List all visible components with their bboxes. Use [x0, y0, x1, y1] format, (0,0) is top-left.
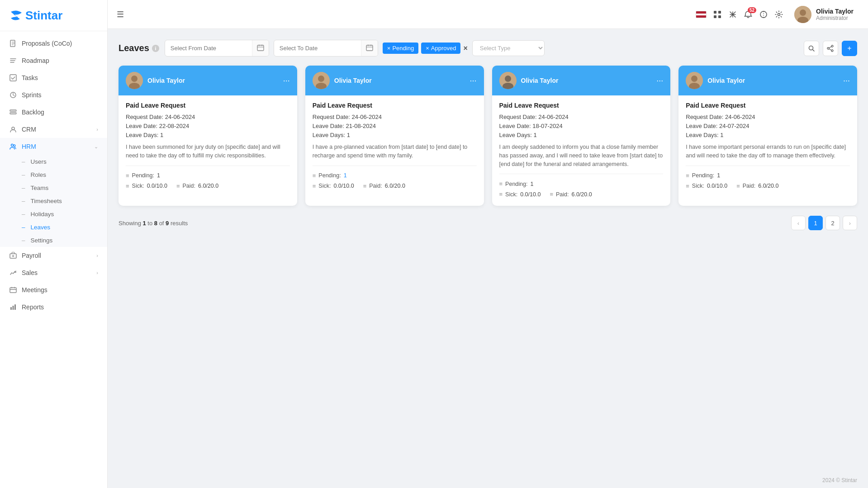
svg-rect-14 [714, 11, 716, 14]
sidebar-item-meetings[interactable]: Meetings [0, 281, 107, 298]
page-content: Leaves i × [108, 29, 868, 473]
sidebar-item-timesheets[interactable]: Timesheets [22, 194, 107, 208]
svg-point-25 [831, 45, 833, 47]
card-user-name-3: Olivia Taylor [707, 77, 839, 84]
svg-rect-12 [13, 306, 14, 310]
pending-label-0: Pending: [132, 172, 154, 179]
info-icon[interactable]: i [152, 45, 159, 52]
sidebar-item-proposals[interactable]: Proposals (CoCo) [0, 35, 107, 52]
pending-filter-label: Pending [392, 45, 414, 52]
share-button[interactable] [823, 41, 838, 56]
to-date-filter[interactable] [274, 40, 378, 57]
card-body-0: Paid Leave Request Request Date: 24-06-2… [119, 95, 297, 198]
approved-filter-tag: × Approved [421, 43, 460, 54]
sidebar-item-settings[interactable]: Settings [22, 234, 107, 247]
user-role: Administrator [816, 15, 854, 21]
card-body-2: Paid Leave Request Request Date: 24-06-2… [492, 95, 671, 206]
card-avatar-3 [686, 72, 703, 89]
sidebar-item-hrm-label: HRM [22, 143, 36, 150]
language-flag-icon[interactable] [696, 11, 707, 18]
card-leave-date-2: Leave Date: 18-07-2024 [499, 123, 664, 129]
sidebar-item-roadmap-label: Roadmap [22, 57, 49, 64]
to-date-calendar-icon[interactable] [361, 40, 378, 56]
sidebar-item-hrm[interactable]: HRM ⌄ [0, 138, 107, 155]
svg-point-6 [11, 144, 14, 147]
sidebar-item-tasks[interactable]: Tasks [0, 69, 107, 86]
approved-filter-label: Approved [431, 45, 456, 52]
pagination-next[interactable]: › [843, 216, 857, 230]
card-menu-0[interactable]: ··· [283, 76, 290, 85]
card-leave-days-0: Leave Days: 1 [126, 132, 290, 138]
avatar [794, 6, 811, 23]
card-sick-paid-2: ≡ Sick: 0.0/10.0 ≡ Paid: 6.0/20.0 [499, 189, 664, 199]
card-sick-3: ≡ Sick: 0.0/10.0 [686, 181, 727, 191]
sidebar-item-tasks-label: Tasks [22, 74, 38, 81]
leave-card-3: Olivia Taylor ··· Paid Leave Request Req… [678, 66, 857, 206]
menu-toggle-icon[interactable]: ☰ [117, 9, 124, 19]
leave-card-1: Olivia Taylor ··· Paid Leave Request Req… [305, 66, 484, 206]
sidebar-item-crm-label: CRM [22, 126, 36, 133]
filters-clear-all[interactable]: × [463, 44, 467, 52]
to-date-input[interactable] [274, 41, 361, 55]
logo-text: Stintar [9, 8, 98, 23]
sidebar-item-payroll[interactable]: Payroll › [0, 247, 107, 264]
card-menu-3[interactable]: ··· [843, 76, 850, 85]
sidebar-item-backlog-label: Backlog [22, 109, 44, 116]
card-avatar-0 [126, 72, 143, 89]
sidebar-item-meetings-label: Meetings [22, 286, 47, 294]
card-user-name-1: Olivia Taylor [334, 77, 465, 84]
type-select[interactable]: Select Type [472, 40, 545, 56]
sidebar-item-roadmap[interactable]: Roadmap [0, 52, 107, 69]
card-pending-row-1: ≡ Pending: 1 [313, 171, 477, 181]
logo: Stintar [0, 0, 107, 31]
sidebar-item-backlog[interactable]: Backlog [0, 104, 107, 121]
sidebar-item-teams[interactable]: Teams [22, 181, 107, 194]
pagination-page-2[interactable]: 2 [825, 216, 840, 230]
apps-icon[interactable] [713, 10, 722, 19]
card-menu-1[interactable]: ··· [470, 76, 476, 85]
sidebar-item-crm[interactable]: CRM › [0, 121, 107, 138]
svg-rect-3 [10, 110, 16, 111]
svg-point-35 [505, 76, 511, 82]
pagination-page-1[interactable]: 1 [808, 216, 823, 230]
roadmap-icon [9, 57, 17, 65]
theme-icon[interactable] [759, 10, 768, 19]
svg-point-38 [691, 76, 697, 82]
from-date-input[interactable] [165, 41, 252, 55]
from-date-filter[interactable] [165, 40, 269, 57]
showing-text: Showing 1 to 8 of 9 results [119, 220, 188, 227]
card-leave-date-1: Leave Date: 21-08-2024 [313, 123, 477, 129]
card-leave-days-2: Leave Days: 1 [499, 132, 664, 138]
card-description-3: I have some important personal errands t… [686, 143, 850, 160]
user-profile[interactable]: Olivia Taylor Administrator [789, 2, 859, 27]
sidebar-item-holidays[interactable]: Holidays [22, 208, 107, 221]
notification-icon[interactable]: 52 [744, 10, 753, 19]
card-menu-2[interactable]: ··· [656, 76, 663, 85]
pagination-prev[interactable]: ‹ [791, 216, 806, 230]
sidebar-item-users[interactable]: Users [22, 155, 107, 168]
add-leave-button[interactable]: + [842, 41, 857, 56]
sidebar-item-sprints[interactable]: Sprints [0, 86, 107, 104]
sidebar-item-reports-label: Reports [22, 303, 44, 311]
grid-icon[interactable] [728, 10, 737, 19]
page-title: Leaves i [119, 43, 159, 53]
approved-filter-x[interactable]: × [426, 45, 429, 52]
from-date-calendar-icon[interactable] [252, 40, 269, 56]
pending-filter-x[interactable]: × [387, 45, 391, 52]
settings-icon[interactable] [774, 10, 783, 19]
header-icons: 52 [696, 10, 783, 19]
card-sick-paid-1: ≡ Sick: 0.0/10.0 ≡ Paid: 6.0/20.0 [313, 181, 477, 191]
svg-rect-17 [718, 15, 721, 18]
leave-card-0: Olivia Taylor ··· Paid Leave Request Req… [119, 66, 297, 206]
sidebar-item-roles[interactable]: Roles [22, 168, 107, 181]
sidebar-item-sales[interactable]: Sales › [0, 264, 107, 281]
list-icon-0: ≡ [126, 172, 129, 179]
sidebar-item-reports[interactable]: Reports [0, 298, 107, 316]
filter-button[interactable] [804, 41, 819, 56]
svg-point-5 [12, 127, 14, 130]
card-header-3: Olivia Taylor ··· [678, 66, 857, 95]
pending-count-1: 1 [344, 172, 347, 179]
sidebar-item-leaves[interactable]: Leaves [22, 221, 107, 234]
card-description-0: I have been summoned for jury duty on [s… [126, 143, 290, 160]
svg-rect-11 [10, 307, 12, 310]
